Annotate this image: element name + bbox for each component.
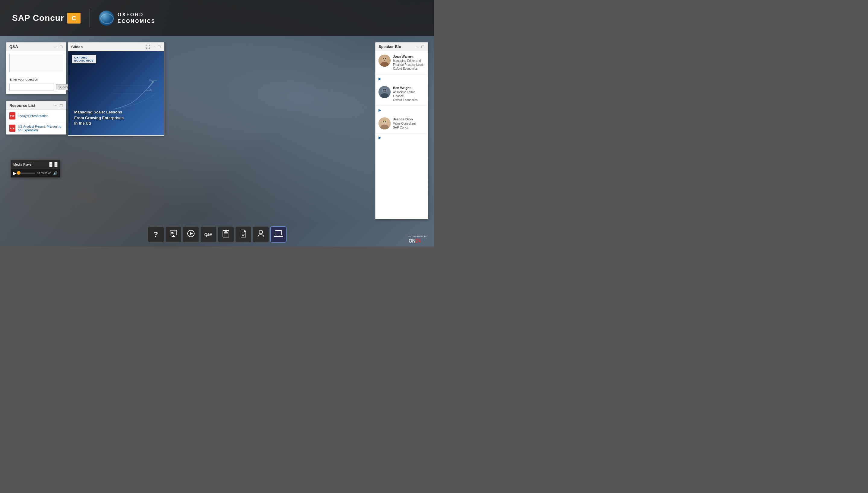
speaker-panel-title: Speaker Bio [379,44,401,49]
resource-label-1: Today's Presentation [18,114,48,118]
media-minimize-button[interactable]: − [49,162,52,167]
clipboard-icon [222,229,230,240]
oxford-globe-icon [99,10,114,26]
volume-button[interactable]: 🔊 [53,171,58,175]
slides-panel-header: Slides ⛶ − □ [68,43,164,51]
resource-maximize-button[interactable]: □ [60,104,63,108]
slides-content: OXFORD ECONOMICS [68,51,164,135]
pdf-icon-2: PDF [9,125,15,132]
speaker-avatar-1 [379,55,391,67]
speaker-panel-controls: − □ [415,45,425,49]
slide-overlay-text: Managing Scale: Lessons From Growing Ent… [74,109,126,126]
speaker-name-3: Jeanne Dion [393,117,425,121]
resource-item-1[interactable]: PDF Today's Presentation [6,110,66,122]
speaker-name-1: Joan Warner [393,55,425,58]
on24-text: ON24 [409,238,428,244]
svg-text:Success: Success [149,79,157,81]
speaker-avatar-3 [379,117,391,129]
svg-point-10 [145,94,146,95]
bottom-toolbar: ? Q&A [0,222,434,246]
progress-bar[interactable] [18,173,35,174]
question-icon: ? [154,230,158,239]
svg-line-4 [148,82,153,88]
svg-point-11 [150,89,151,90]
resources-toolbar-button[interactable] [218,226,234,242]
svg-point-15 [383,58,384,59]
svg-point-26 [383,121,384,122]
laptop-toolbar-button[interactable] [270,226,287,242]
media-player-header: Media Player − □ [11,160,60,169]
speaker-item-1: Joan Warner Managing Editor and Finance … [376,51,428,74]
qa-title: Q&A [9,44,18,49]
svg-point-9 [137,98,138,99]
on24-branding: POWERED BY ON24 [409,235,428,244]
speaker-3-play[interactable]: ▶ [376,133,428,141]
speaker-name-2: Ben Wright [393,86,425,90]
play-toolbar-button[interactable] [183,226,199,242]
help-button[interactable]: ? [148,226,164,242]
media-player-title: Media Player [13,163,32,166]
slides-panel-controls: ⛶ − □ [146,44,161,49]
oxford-slide-watermark: OXFORD ECONOMICS [72,55,96,63]
speaker-title-1: Managing Editor and Finance Practice Lea… [393,59,425,71]
speaker-2-play[interactable]: ▶ [376,106,428,114]
main-content: Q&A − □ Enter your question Submit Resou… [0,36,434,246]
resource-panel-header: Resource List − □ [6,101,66,110]
slides-minimize-button[interactable]: − [152,45,155,49]
sap-concur-logo: SAP Concur C [12,13,81,24]
speaker-info-3: Jeanne Dion Value Consultant SAP Concur [393,117,425,129]
speaker-item-2: Ben Wright Associate Editor, Finance Oxf… [376,82,428,106]
media-maximize-button[interactable]: □ [54,162,58,167]
qa-input[interactable] [9,84,54,91]
chart-icon [169,229,178,240]
oxford-economics-logo: OXFORD ECONOMICS [99,10,156,26]
slides-toolbar-button[interactable] [165,226,182,242]
qa-input-label: Enter your question [6,76,66,82]
qa-minimize-button[interactable]: − [54,45,57,49]
pdf-icon-1: PDF [9,112,15,120]
resource-minimize-button[interactable]: − [54,104,57,108]
svg-point-7 [124,106,125,107]
powered-by-text: POWERED BY [409,235,428,238]
speaker-1-play[interactable]: ▶ [376,74,428,82]
svg-point-8 [132,102,132,103]
laptop-icon [274,230,283,239]
resource-panel: Resource List − □ PDF Today's Presentati… [6,101,66,134]
speaker-title-2: Associate Editor, Finance Oxford Economi… [393,90,425,102]
media-controls: ▶ 00:05/55:40 🔊 [11,169,60,177]
sap-concur-icon: C [67,13,81,24]
play-circle-icon [187,229,195,240]
progress-thumb [17,171,21,175]
document-icon [240,229,247,240]
svg-rect-46 [275,231,282,235]
speaker-minimize-button[interactable]: − [415,45,419,49]
qa-toolbar-button[interactable]: Q&A [200,226,217,242]
play-pause-button[interactable]: ▶ [13,171,17,176]
qa-maximize-button[interactable]: □ [60,45,63,49]
qa-text-icon: Q&A [204,232,212,237]
resource-item-2[interactable]: PDF US Analyst Report: Managing an Expan… [6,122,66,134]
resource-label-2: US Analyst Report: Managing an Expansion [18,125,63,132]
time-display: 00:05/55:40 [37,172,51,175]
speaker-title-3: Value Consultant SAP Concur [393,122,425,129]
svg-point-18 [382,88,387,93]
expand-icon[interactable]: ⛶ [146,44,150,49]
qa-panel-header: Q&A − □ [6,43,66,51]
speaker-info-1: Joan Warner Managing Editor and Finance … [393,55,425,71]
svg-rect-22 [383,89,386,90]
qa-textarea[interactable] [9,54,63,72]
speaker-avatar-2 [379,86,391,98]
svg-point-27 [385,121,386,122]
oxford-text: OXFORD ECONOMICS [118,12,156,25]
speaker-toolbar-button[interactable] [253,226,269,242]
doc-toolbar-button[interactable] [235,226,251,242]
slides-maximize-button[interactable]: □ [157,45,161,49]
header-divider [90,9,90,27]
svg-point-45 [259,230,263,234]
qa-panel-controls: − □ [54,45,63,49]
speaker-maximize-button[interactable]: □ [421,45,425,49]
speaker-item-3: Jeanne Dion Value Consultant SAP Concur [376,114,428,133]
person-icon [257,229,265,240]
svg-marker-36 [190,232,193,235]
media-player-panel: Media Player − □ ▶ 00:05/55:40 🔊 [10,160,60,178]
